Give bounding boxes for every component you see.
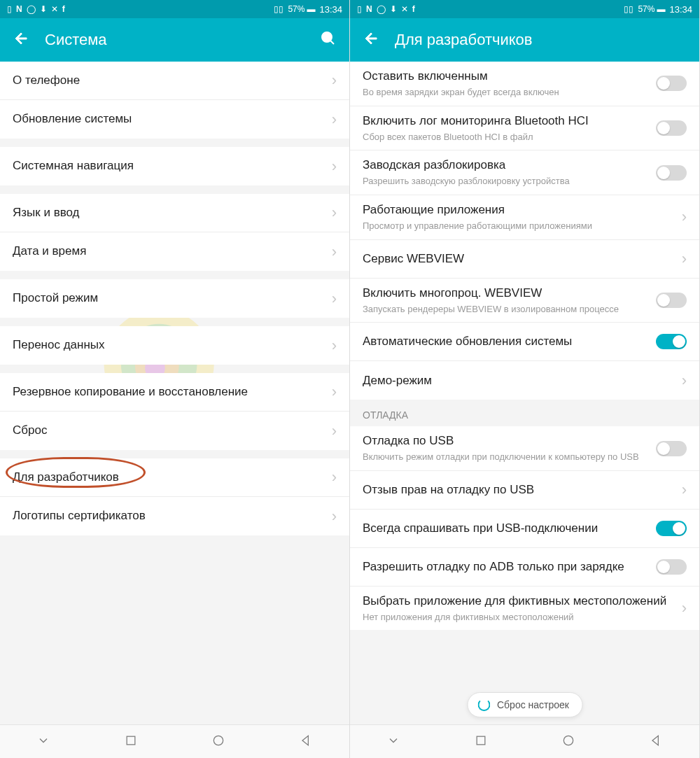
- back-icon[interactable]: [363, 30, 379, 50]
- battery-icon: ▬: [657, 4, 665, 14]
- row-backup-restore[interactable]: Резервное копирование и восстановление ›: [0, 373, 349, 412]
- chevron-right-icon: ›: [682, 250, 687, 268]
- row-simple-mode[interactable]: Простой режим ›: [0, 279, 349, 318]
- toggle-switch[interactable]: [656, 165, 687, 181]
- svg-marker-8: [302, 736, 308, 745]
- sync-icon: ◯: [377, 4, 386, 14]
- toggle-switch[interactable]: [656, 521, 687, 536]
- row-label: Разрешить отладку по ADB только при заря…: [363, 559, 650, 575]
- toggle-switch[interactable]: [656, 120, 687, 136]
- row-subtitle: Во время зарядки экран будет всегда вклю…: [363, 86, 650, 99]
- svg-rect-6: [127, 736, 135, 745]
- row-data-transfer[interactable]: Перенос данных ›: [0, 326, 349, 365]
- settings-row[interactable]: Включить лог мониторинга Bluetooth HCIСб…: [350, 106, 699, 151]
- row-label: Всегда спрашивать при USB-подключении: [363, 521, 650, 536]
- battery-icon: ▬: [307, 4, 315, 14]
- chevron-right-icon: ›: [332, 290, 337, 308]
- row-label: Резервное копирование и восстановление: [13, 384, 326, 400]
- status-left-icons: ▯ N ◯ ⬇ ✕ f: [7, 4, 65, 14]
- row-label: Работающие приложения: [363, 202, 676, 218]
- settings-row[interactable]: Демо-режим›: [350, 361, 699, 400]
- toggle-switch[interactable]: [656, 441, 687, 456]
- settings-row[interactable]: Сервис WEBVIEW›: [350, 240, 699, 279]
- sim-icon: ▯: [357, 4, 362, 14]
- nav-hide-icon[interactable]: [36, 734, 50, 750]
- back-icon[interactable]: [13, 30, 29, 50]
- row-subtitle: Включить режим отладки при подключении к…: [363, 451, 650, 463]
- row-label: Логотипы сертификатов: [13, 508, 326, 524]
- chevron-right-icon: ›: [332, 507, 337, 526]
- nav-back-icon[interactable]: [299, 734, 313, 750]
- settings-row[interactable]: Оставить включеннымВо время зарядки экра…: [350, 62, 699, 106]
- developer-list: Оставить включеннымВо время зарядки экра…: [350, 62, 699, 724]
- settings-row[interactable]: Всегда спрашивать при USB-подключении: [350, 510, 699, 548]
- toggle-switch[interactable]: [656, 334, 687, 349]
- sync-icon: ◯: [27, 4, 36, 14]
- nav-home-icon[interactable]: [561, 734, 575, 750]
- nav-recent-icon[interactable]: [474, 734, 488, 750]
- nav-recent-icon[interactable]: [124, 734, 138, 750]
- status-right-icons: ▯▯ 57% ▬ 13:34: [274, 4, 342, 15]
- vibrate-icon: ✕: [401, 4, 408, 14]
- nav-bar: [0, 724, 349, 758]
- row-date-time[interactable]: Дата и время ›: [0, 232, 349, 271]
- settings-row[interactable]: Включить многопроц. WEBVIEWЗапускать рен…: [350, 279, 699, 323]
- row-about-phone[interactable]: О телефоне ›: [0, 62, 349, 100]
- settings-row[interactable]: Работающие приложенияПросмотр и управлен…: [350, 195, 699, 240]
- toggle-switch[interactable]: [656, 559, 687, 575]
- status-bar: ▯ N ◯ ⬇ ✕ f ▯▯ 57% ▬ 13:34: [350, 0, 699, 18]
- row-subtitle: Сбор всех пакетов Bluetooth HCI в файл: [363, 131, 650, 143]
- chevron-right-icon: ›: [332, 468, 337, 486]
- chevron-right-icon: ›: [332, 204, 337, 222]
- row-label: Перенос данных: [13, 337, 326, 353]
- row-cert-logos[interactable]: Логотипы сертификатов ›: [0, 497, 349, 535]
- toggle-switch[interactable]: [656, 76, 687, 91]
- row-developer-options[interactable]: Для разработчиков ›: [0, 458, 349, 497]
- svg-rect-10: [477, 736, 485, 745]
- search-icon[interactable]: [320, 30, 337, 50]
- chevron-right-icon: ›: [332, 383, 337, 401]
- battery-indicator: 57% ▬: [638, 4, 665, 14]
- row-label: Включить лог мониторинга Bluetooth HCI: [363, 113, 650, 129]
- svg-marker-12: [652, 736, 658, 745]
- row-subtitle: Просмотр и управление работающими прилож…: [363, 220, 676, 232]
- settings-row[interactable]: Выбрать приложение для фиктивных местопо…: [350, 587, 699, 631]
- toggle-switch[interactable]: [656, 293, 687, 308]
- clock: 13:34: [319, 4, 342, 15]
- appbar-system: Система: [0, 18, 349, 62]
- settings-row[interactable]: Отзыв прав на отладку по USB›: [350, 471, 699, 510]
- settings-row[interactable]: Разрешить отладку по ADB только при заря…: [350, 548, 699, 587]
- row-label: Сброс: [13, 423, 326, 438]
- row-label: Язык и ввод: [13, 205, 326, 220]
- nav-back-icon[interactable]: [649, 734, 663, 750]
- reset-settings-chip[interactable]: Сброс настроек: [467, 692, 582, 717]
- chevron-right-icon: ›: [682, 372, 687, 390]
- chevron-right-icon: ›: [332, 337, 337, 355]
- svg-point-0: [322, 32, 332, 42]
- settings-row[interactable]: Заводская разблокировкаРазрешить заводск…: [350, 150, 699, 195]
- nav-home-icon[interactable]: [211, 734, 225, 750]
- location-icon: ⬇: [40, 4, 47, 14]
- row-label: Выбрать приложение для фиктивных местопо…: [363, 594, 676, 609]
- row-reset[interactable]: Сброс ›: [0, 412, 349, 450]
- row-system-update[interactable]: Обновление системы ›: [0, 100, 349, 139]
- row-language-input[interactable]: Язык и ввод ›: [0, 194, 349, 232]
- row-label: О телефоне: [13, 73, 326, 88]
- row-label: Автоматические обновления системы: [363, 334, 650, 349]
- row-label: Для разработчиков: [13, 470, 326, 485]
- row-system-navigation[interactable]: Системная навигация ›: [0, 147, 349, 185]
- nav-hide-icon[interactable]: [386, 734, 400, 750]
- nfc-icon: N: [366, 4, 372, 14]
- settings-row[interactable]: Автоматические обновления системы: [350, 323, 699, 361]
- row-label: Обновление системы: [13, 111, 326, 127]
- settings-row[interactable]: Отладка по USBВключить режим отладки при…: [350, 426, 699, 471]
- chevron-right-icon: ›: [332, 422, 337, 440]
- clock: 13:34: [669, 4, 692, 15]
- chevron-right-icon: ›: [332, 71, 337, 90]
- row-label: Включить многопроц. WEBVIEW: [363, 286, 650, 301]
- row-label: Демо-режим: [363, 373, 676, 388]
- svg-line-1: [330, 41, 334, 44]
- section-header-debug: ОТЛАДКА: [350, 400, 699, 426]
- vibrate-icon: ✕: [51, 4, 58, 14]
- status-right-icons: ▯▯ 57% ▬ 13:34: [624, 4, 692, 15]
